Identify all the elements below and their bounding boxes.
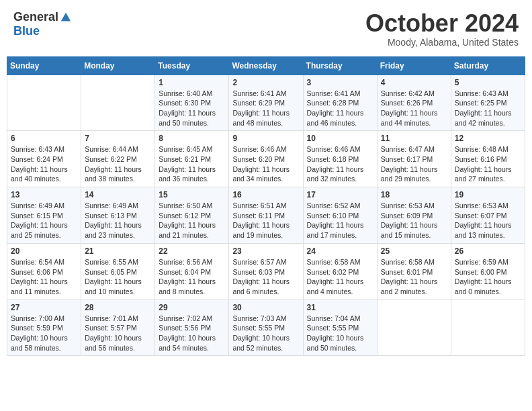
calendar-day-cell: 19Sunrise: 6:53 AMSunset: 6:07 PMDayligh… <box>451 187 525 244</box>
day-info: Sunrise: 6:46 AMSunset: 6:20 PMDaylight:… <box>232 144 299 184</box>
calendar-day-cell <box>7 75 81 131</box>
day-number: 2 <box>232 78 299 87</box>
calendar-day-cell: 16Sunrise: 6:51 AMSunset: 6:11 PMDayligh… <box>229 187 303 244</box>
day-info: Sunrise: 6:57 AMSunset: 6:03 PMDaylight:… <box>232 257 299 297</box>
calendar-week-row: 20Sunrise: 6:54 AMSunset: 6:06 PMDayligh… <box>7 243 525 300</box>
calendar-day-cell: 7Sunrise: 6:44 AMSunset: 6:22 PMDaylight… <box>81 131 155 187</box>
calendar-day-cell: 11Sunrise: 6:47 AMSunset: 6:17 PMDayligh… <box>377 131 451 187</box>
day-info: Sunrise: 6:55 AMSunset: 6:05 PMDaylight:… <box>85 257 151 297</box>
calendar-day-cell: 23Sunrise: 6:57 AMSunset: 6:03 PMDayligh… <box>229 243 303 300</box>
day-info: Sunrise: 7:00 AMSunset: 5:59 PMDaylight:… <box>11 314 77 353</box>
calendar-day-header: Wednesday <box>229 56 303 75</box>
calendar-day-cell: 10Sunrise: 6:46 AMSunset: 6:18 PMDayligh… <box>303 131 377 187</box>
day-number: 25 <box>381 246 447 256</box>
logo-general-text: General <box>13 10 58 24</box>
svg-marker-0 <box>61 12 71 21</box>
day-info: Sunrise: 6:50 AMSunset: 6:12 PMDaylight:… <box>159 201 225 240</box>
day-info: Sunrise: 6:53 AMSunset: 6:07 PMDaylight:… <box>455 201 521 240</box>
calendar-day-cell: 31Sunrise: 7:04 AMSunset: 5:55 PMDayligh… <box>303 300 377 356</box>
day-info: Sunrise: 6:49 AMSunset: 6:13 PMDaylight:… <box>85 201 151 240</box>
day-number: 4 <box>381 78 447 87</box>
calendar-week-row: 1Sunrise: 6:40 AMSunset: 6:30 PMDaylight… <box>7 75 525 131</box>
day-info: Sunrise: 6:56 AMSunset: 6:04 PMDaylight:… <box>159 257 225 297</box>
day-number: 8 <box>159 134 225 143</box>
day-number: 28 <box>85 303 151 312</box>
logo: General Blue <box>13 10 72 38</box>
day-info: Sunrise: 7:02 AMSunset: 5:56 PMDaylight:… <box>159 314 225 353</box>
calendar-day-cell: 29Sunrise: 7:02 AMSunset: 5:56 PMDayligh… <box>155 300 229 356</box>
day-info: Sunrise: 6:47 AMSunset: 6:17 PMDaylight:… <box>381 144 447 184</box>
day-number: 24 <box>307 246 373 256</box>
calendar-day-cell <box>81 75 155 131</box>
day-info: Sunrise: 6:59 AMSunset: 6:00 PMDaylight:… <box>455 257 521 297</box>
location-text: Moody, Alabama, United States <box>365 37 519 48</box>
calendar-day-cell: 27Sunrise: 7:00 AMSunset: 5:59 PMDayligh… <box>7 300 81 356</box>
calendar-day-header: Tuesday <box>155 56 229 75</box>
calendar-day-cell: 15Sunrise: 6:50 AMSunset: 6:12 PMDayligh… <box>155 187 229 244</box>
day-info: Sunrise: 6:48 AMSunset: 6:16 PMDaylight:… <box>455 144 521 184</box>
calendar-day-header: Monday <box>81 56 155 75</box>
calendar-day-cell: 2Sunrise: 6:41 AMSunset: 6:29 PMDaylight… <box>229 75 303 131</box>
logo-icon <box>60 11 72 24</box>
day-number: 21 <box>85 246 151 256</box>
calendar-day-cell: 6Sunrise: 6:43 AMSunset: 6:24 PMDaylight… <box>7 131 81 187</box>
day-number: 12 <box>455 134 521 143</box>
calendar-day-cell: 3Sunrise: 6:41 AMSunset: 6:28 PMDaylight… <box>303 75 377 131</box>
day-info: Sunrise: 6:45 AMSunset: 6:21 PMDaylight:… <box>159 144 225 184</box>
day-info: Sunrise: 6:54 AMSunset: 6:06 PMDaylight:… <box>11 257 77 297</box>
day-number: 13 <box>11 190 77 199</box>
calendar-day-header: Thursday <box>303 56 377 75</box>
calendar-day-cell: 13Sunrise: 6:49 AMSunset: 6:15 PMDayligh… <box>7 187 81 244</box>
calendar-day-cell: 17Sunrise: 6:52 AMSunset: 6:10 PMDayligh… <box>303 187 377 244</box>
calendar-week-row: 27Sunrise: 7:00 AMSunset: 5:59 PMDayligh… <box>7 300 525 356</box>
calendar-header-row: SundayMondayTuesdayWednesdayThursdayFrid… <box>7 56 525 75</box>
month-title: October 2024 <box>365 10 519 37</box>
calendar-day-cell: 12Sunrise: 6:48 AMSunset: 6:16 PMDayligh… <box>451 131 525 187</box>
day-number: 10 <box>307 134 373 143</box>
calendar-day-cell <box>377 300 451 356</box>
day-number: 11 <box>381 134 447 143</box>
day-number: 6 <box>11 134 77 143</box>
day-number: 26 <box>455 246 521 256</box>
day-info: Sunrise: 6:41 AMSunset: 6:28 PMDaylight:… <box>307 89 373 128</box>
day-number: 16 <box>232 190 299 199</box>
calendar-day-cell: 20Sunrise: 6:54 AMSunset: 6:06 PMDayligh… <box>7 243 81 300</box>
calendar-day-cell: 30Sunrise: 7:03 AMSunset: 5:55 PMDayligh… <box>229 300 303 356</box>
day-number: 1 <box>159 78 225 87</box>
calendar-day-cell: 24Sunrise: 6:58 AMSunset: 6:02 PMDayligh… <box>303 243 377 300</box>
day-number: 5 <box>455 78 521 87</box>
calendar-day-cell: 28Sunrise: 7:01 AMSunset: 5:57 PMDayligh… <box>81 300 155 356</box>
day-number: 18 <box>381 190 447 199</box>
calendar-week-row: 6Sunrise: 6:43 AMSunset: 6:24 PMDaylight… <box>7 131 525 187</box>
day-info: Sunrise: 6:52 AMSunset: 6:10 PMDaylight:… <box>307 201 373 240</box>
calendar-day-cell: 26Sunrise: 6:59 AMSunset: 6:00 PMDayligh… <box>451 243 525 300</box>
calendar-day-header: Friday <box>377 56 451 75</box>
title-section: October 2024 Moody, Alabama, United Stat… <box>365 10 519 48</box>
day-info: Sunrise: 6:44 AMSunset: 6:22 PMDaylight:… <box>85 144 151 184</box>
day-info: Sunrise: 6:43 AMSunset: 6:25 PMDaylight:… <box>455 89 521 128</box>
day-info: Sunrise: 7:04 AMSunset: 5:55 PMDaylight:… <box>307 314 373 353</box>
calendar-day-cell: 22Sunrise: 6:56 AMSunset: 6:04 PMDayligh… <box>155 243 229 300</box>
day-info: Sunrise: 6:53 AMSunset: 6:09 PMDaylight:… <box>381 201 447 240</box>
day-info: Sunrise: 6:51 AMSunset: 6:11 PMDaylight:… <box>232 201 299 240</box>
calendar-day-cell: 21Sunrise: 6:55 AMSunset: 6:05 PMDayligh… <box>81 243 155 300</box>
day-info: Sunrise: 6:49 AMSunset: 6:15 PMDaylight:… <box>11 201 77 240</box>
header: General Blue October 2024 Moody, Alabama… <box>7 7 525 51</box>
day-info: Sunrise: 7:01 AMSunset: 5:57 PMDaylight:… <box>85 314 151 353</box>
day-number: 23 <box>232 246 299 256</box>
day-info: Sunrise: 6:40 AMSunset: 6:30 PMDaylight:… <box>159 89 225 128</box>
calendar-day-header: Sunday <box>7 56 81 75</box>
calendar-day-cell <box>451 300 525 356</box>
calendar-day-cell: 18Sunrise: 6:53 AMSunset: 6:09 PMDayligh… <box>377 187 451 244</box>
calendar-week-row: 13Sunrise: 6:49 AMSunset: 6:15 PMDayligh… <box>7 187 525 244</box>
day-number: 17 <box>307 190 373 199</box>
day-info: Sunrise: 6:42 AMSunset: 6:26 PMDaylight:… <box>381 89 447 128</box>
calendar-day-cell: 25Sunrise: 6:58 AMSunset: 6:01 PMDayligh… <box>377 243 451 300</box>
day-number: 22 <box>159 246 225 256</box>
day-info: Sunrise: 6:58 AMSunset: 6:01 PMDaylight:… <box>381 257 447 297</box>
day-number: 15 <box>159 190 225 199</box>
calendar-day-cell: 5Sunrise: 6:43 AMSunset: 6:25 PMDaylight… <box>451 75 525 131</box>
calendar-day-cell: 4Sunrise: 6:42 AMSunset: 6:26 PMDaylight… <box>377 75 451 131</box>
day-number: 20 <box>11 246 77 256</box>
day-number: 31 <box>307 303 373 312</box>
